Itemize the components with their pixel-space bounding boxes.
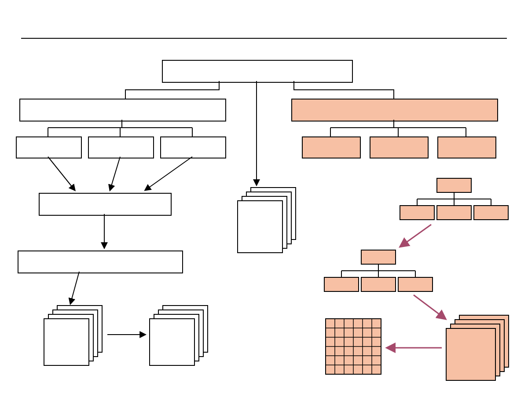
title-rule: [21, 38, 507, 39]
physical-tree-node: [324, 277, 359, 292]
svg-rect-7: [44, 319, 89, 365]
svg-rect-23: [459, 315, 509, 367]
svg-rect-3: [238, 201, 282, 253]
node-process-3: [160, 136, 226, 158]
physical-tree-node: [398, 277, 433, 292]
svg-rect-12: [326, 319, 381, 374]
svg-rect-2: [242, 196, 287, 248]
svg-rect-1: [246, 192, 291, 244]
logical-tree-node: [436, 178, 472, 193]
node-data-2: [370, 136, 429, 158]
node-process-model: [19, 99, 226, 122]
node-process-2: [88, 136, 154, 158]
svg-rect-25: [451, 324, 500, 376]
node-data-3: [437, 136, 496, 158]
svg-rect-24: [455, 320, 504, 372]
node-app-prototypes: [18, 251, 183, 273]
node-business-model: [162, 60, 353, 83]
svg-rect-0: [251, 188, 296, 239]
svg-rect-5: [53, 310, 98, 357]
svg-rect-4: [57, 306, 102, 352]
svg-rect-6: [48, 314, 93, 361]
physical-tree-node: [361, 277, 396, 292]
logical-tree-node: [473, 205, 509, 220]
physical-tree-node: [361, 250, 396, 265]
svg-rect-10: [154, 314, 199, 361]
node-process-1: [16, 136, 82, 158]
svg-rect-26: [446, 328, 495, 380]
svg-rect-11: [150, 319, 194, 365]
node-data-model: [291, 99, 498, 122]
svg-rect-8: [163, 306, 208, 352]
logical-tree-node: [400, 205, 435, 220]
node-pseudocode: [39, 193, 172, 216]
logical-tree-node: [436, 205, 472, 220]
node-data-1: [302, 136, 361, 158]
svg-rect-9: [158, 310, 203, 357]
